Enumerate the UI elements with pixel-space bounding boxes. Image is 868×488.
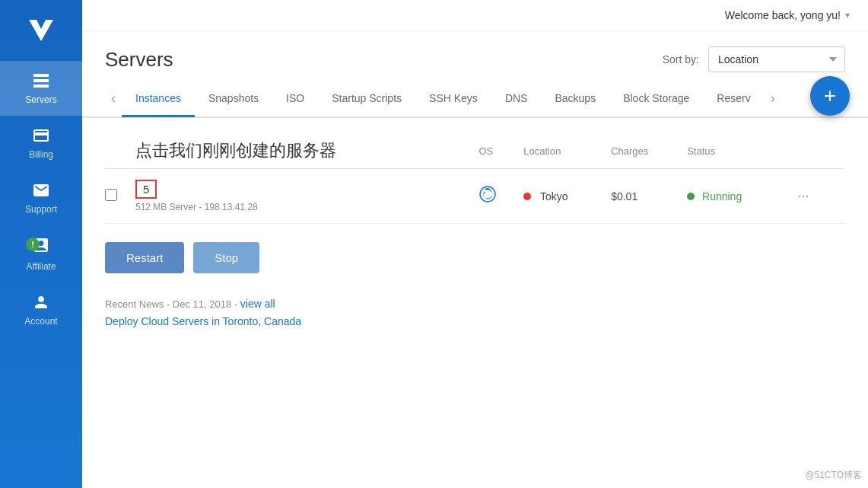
welcome-text: Welcome back, yong yu! (725, 9, 841, 21)
row-location-cell: Tokyo (523, 169, 611, 224)
sort-select[interactable]: Location Date Name Status (708, 46, 845, 72)
sidebar-item-affiliate-label: Affiliate (26, 261, 56, 272)
billing-icon (32, 126, 50, 145)
sidebar-item-servers-label: Servers (25, 94, 56, 105)
user-dropdown-arrow[interactable]: ▾ (845, 10, 850, 21)
news-headline[interactable]: Deploy Cloud Servers in Toronto, Canada (105, 315, 301, 327)
account-icon (32, 293, 50, 311)
sidebar-item-support-label: Support (25, 204, 57, 215)
status-text: Running (702, 190, 742, 203)
tab-instances[interactable]: Instances (122, 81, 195, 117)
sort-by-area: Sort by: Location Date Name Status (663, 46, 845, 72)
col-actions (792, 133, 845, 169)
topbar: Welcome back, yong yu! ▾ (82, 0, 868, 31)
row-checkbox[interactable] (105, 189, 117, 201)
col-checkbox (105, 133, 135, 169)
servers-icon (32, 72, 50, 90)
tab-reserv[interactable]: Reserv (703, 81, 764, 117)
page-header: Servers Sort by: Location Date Name Stat… (82, 31, 868, 80)
add-server-fab[interactable]: + (810, 76, 850, 116)
sidebar: Servers Billing Support ! Affiliate Acco… (0, 0, 82, 488)
content-area: 点击我们刚刚创建的服务器 OS Location Charges Status … (82, 118, 868, 488)
col-name: 点击我们刚刚创建的服务器 (135, 133, 479, 169)
stop-button[interactable]: Stop (193, 242, 259, 273)
tab-startup-scripts[interactable]: Startup Scripts (318, 81, 415, 117)
tab-backups[interactable]: Backups (541, 81, 609, 117)
welcome-message[interactable]: Welcome back, yong yu! ▾ (725, 9, 850, 21)
sidebar-item-billing-label: Billing (29, 149, 53, 160)
os-debian-icon (479, 188, 497, 207)
col-charges: Charges (611, 133, 687, 169)
tab-dns[interactable]: DNS (491, 81, 542, 117)
sort-by-label: Sort by: (663, 53, 699, 65)
sidebar-item-affiliate[interactable]: ! Affiliate (0, 225, 82, 282)
location-dot (523, 193, 531, 200)
tab-prev-btn[interactable]: ‹ (105, 80, 122, 116)
server-table: 点击我们刚刚创建的服务器 OS Location Charges Status … (105, 133, 845, 224)
row-os-cell (479, 169, 523, 224)
tab-next-btn[interactable]: › (765, 80, 781, 116)
row-checkbox-cell (105, 169, 135, 224)
support-icon (32, 181, 50, 199)
annotation-text: 点击我们刚刚创建的服务器 (135, 141, 336, 160)
server-name-box: 5 (135, 180, 157, 199)
affiliate-badge: ! (26, 238, 40, 251)
watermark: @51CTO博客 (805, 469, 862, 482)
status-dot (687, 193, 695, 200)
sidebar-logo[interactable] (18, 8, 64, 53)
news-meta-text: Recent News - Dec 11, 2018 - (105, 298, 237, 310)
table-row: 5 512 MB Server - 198.13.41.28 (105, 169, 845, 224)
server-sub: 512 MB Server - 198.13.41.28 (135, 202, 469, 212)
recent-news: Recent News - Dec 11, 2018 - view all De… (105, 298, 845, 328)
row-name-cell[interactable]: 5 512 MB Server - 198.13.41.28 (135, 169, 479, 224)
col-status: Status (687, 133, 791, 169)
col-os: OS (479, 133, 523, 169)
news-meta: Recent News - Dec 11, 2018 - view all (105, 298, 845, 310)
col-location: Location (523, 133, 611, 169)
tab-block-storage[interactable]: Block Storage (609, 81, 703, 117)
tabs-container: ‹ Instances Snapshots ISO Startup Script… (82, 80, 868, 118)
row-more-cell: ··· (792, 169, 845, 224)
sidebar-item-account[interactable]: Account (0, 282, 82, 337)
row-more-btn[interactable]: ··· (792, 185, 816, 207)
restart-button[interactable]: Restart (105, 242, 184, 273)
row-charges-cell: $0.01 (611, 169, 687, 224)
tab-ssh-keys[interactable]: SSH Keys (415, 81, 491, 117)
news-view-all[interactable]: view all (240, 298, 275, 310)
tab-iso[interactable]: ISO (272, 81, 318, 117)
page-title: Servers (105, 48, 173, 72)
sidebar-item-account-label: Account (24, 316, 57, 327)
sidebar-item-servers[interactable]: Servers (0, 61, 82, 116)
row-status-cell: Running (687, 169, 791, 224)
location-text: Tokyo (540, 190, 568, 203)
sidebar-item-support[interactable]: Support (0, 171, 82, 225)
main-content: Welcome back, yong yu! ▾ Servers Sort by… (82, 0, 868, 488)
action-buttons: Restart Stop (105, 242, 845, 273)
tab-snapshots[interactable]: Snapshots (195, 81, 272, 117)
sidebar-item-billing[interactable]: Billing (0, 116, 82, 171)
